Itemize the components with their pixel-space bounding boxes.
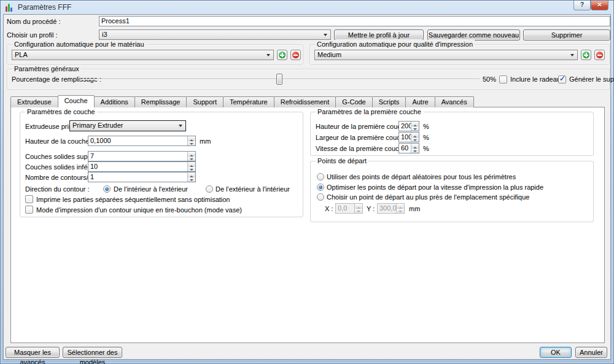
vase-mode-checkbox[interactable] bbox=[25, 206, 33, 214]
quality-select[interactable]: Medium bbox=[314, 50, 578, 60]
material-selected-value: PLA bbox=[15, 51, 28, 58]
first-layer-height-spinbox[interactable]: 200 bbox=[398, 121, 419, 131]
x-coordinate-spinbox[interactable]: 0,0 bbox=[335, 203, 363, 214]
layer-settings-title: Paramètres de couche bbox=[25, 107, 97, 117]
spin-up-button[interactable] bbox=[411, 133, 419, 137]
close-button[interactable]: ✕ bbox=[591, 1, 608, 10]
first-layer-height-label: Hauteur de la première couche bbox=[316, 122, 408, 131]
direction-inside-out-label: De l'intérieur à l'extérieur bbox=[114, 184, 188, 194]
add-quality-button[interactable] bbox=[581, 50, 591, 60]
layer-height-spinbox[interactable]: 0,1000 bbox=[88, 136, 196, 146]
spin-up-button[interactable] bbox=[397, 204, 404, 209]
generate-support-label: Générer le support bbox=[569, 74, 614, 84]
first-layer-speed-unit: % bbox=[423, 144, 429, 153]
spin-down-button[interactable] bbox=[188, 141, 195, 145]
primary-extruder-select[interactable]: Primary Extruder bbox=[69, 120, 186, 131]
help-button[interactable]: ? bbox=[573, 1, 591, 10]
y-coordinate-spinbox[interactable]: 300,0 bbox=[377, 203, 405, 214]
app-icon bbox=[6, 3, 14, 12]
ok-button[interactable]: OK bbox=[540, 347, 572, 358]
add-material-button[interactable] bbox=[277, 50, 287, 60]
direction-outside-in-label: De l'extérieur à l'intérieur bbox=[216, 184, 290, 194]
quality-config-title: Configuration automatique pour qualité d… bbox=[315, 40, 475, 49]
spin-up-button[interactable] bbox=[188, 162, 195, 167]
tab-additions[interactable]: Additions bbox=[94, 96, 135, 107]
profile-selected-value: i3 bbox=[102, 31, 107, 38]
first-layer-speed-value[interactable]: 60 bbox=[399, 144, 411, 153]
spin-up-button[interactable] bbox=[188, 136, 195, 141]
settings-tab-bar: Extrudeuse Couche Additions Remplissage … bbox=[10, 95, 473, 107]
process-name-input[interactable]: Process1 bbox=[99, 16, 610, 26]
spin-down-button[interactable] bbox=[188, 167, 195, 171]
delete-profile-button[interactable]: Supprimer bbox=[523, 29, 610, 41]
first-layer-width-value[interactable]: 100 bbox=[399, 133, 411, 142]
direction-outside-in-radio[interactable] bbox=[206, 185, 213, 193]
general-settings-title: Paramètres généraux bbox=[12, 64, 81, 74]
tab-extrudeuse[interactable]: Extrudeuse bbox=[10, 96, 58, 107]
spin-down-button[interactable] bbox=[411, 137, 419, 142]
tab-autre[interactable]: Autre bbox=[405, 96, 435, 107]
random-start-points-label: Utiliser des points de départ aléatoires… bbox=[327, 172, 516, 182]
tab-couche[interactable]: Couche bbox=[58, 95, 95, 107]
sequential-printing-label: Imprime les parties séparées séquentiell… bbox=[36, 195, 230, 204]
tab-refroidissement[interactable]: Refroidissement bbox=[274, 96, 336, 107]
include-raft-checkbox[interactable] bbox=[499, 76, 507, 83]
top-solid-layers-spinbox[interactable]: 7 bbox=[88, 151, 196, 161]
hide-advanced-button[interactable]: Masquer les avancés bbox=[6, 347, 60, 358]
first-layer-width-spinbox[interactable]: 100 bbox=[398, 132, 419, 142]
couche-tab-panel: Paramètres de couche Extrudeuse principa… bbox=[10, 107, 605, 343]
tab-temperature[interactable]: Température bbox=[223, 96, 274, 107]
spin-down-button[interactable] bbox=[411, 149, 419, 153]
select-models-button[interactable]: Sélectionner des modèles bbox=[63, 347, 122, 358]
plus-icon bbox=[583, 52, 589, 58]
first-layer-speed-label: Vitesse de la première couche bbox=[316, 144, 406, 153]
title-bar[interactable]: Paramètres FFF bbox=[1, 1, 613, 14]
slider-handle[interactable] bbox=[276, 74, 282, 85]
optimize-start-points-radio[interactable] bbox=[317, 184, 324, 191]
remove-quality-button[interactable] bbox=[594, 50, 605, 60]
random-start-points-radio[interactable] bbox=[317, 173, 324, 180]
optimize-start-points-label: Optimiser les points de départ pour la v… bbox=[327, 182, 543, 192]
spin-down-button[interactable] bbox=[188, 157, 195, 161]
first-layer-height-value[interactable]: 200 bbox=[399, 122, 411, 131]
bottom-solid-layers-value[interactable]: 10 bbox=[88, 162, 187, 171]
cancel-button[interactable]: Annuler bbox=[575, 347, 607, 358]
dropdown-arrow-icon bbox=[324, 34, 327, 38]
spin-up-button[interactable] bbox=[411, 144, 419, 149]
material-select[interactable]: PLA bbox=[12, 50, 274, 60]
spin-up-button[interactable] bbox=[188, 172, 195, 177]
top-solid-layers-value[interactable]: 7 bbox=[88, 152, 187, 161]
spin-up-button[interactable] bbox=[411, 122, 419, 126]
specific-start-point-radio[interactable] bbox=[317, 193, 324, 201]
spin-down-button[interactable] bbox=[355, 209, 362, 213]
spin-down-button[interactable] bbox=[411, 126, 419, 131]
first-layer-speed-spinbox[interactable]: 60 bbox=[398, 143, 419, 153]
tab-support[interactable]: Support bbox=[186, 96, 223, 107]
x-coordinate-label: X : bbox=[325, 204, 333, 214]
spin-down-button[interactable] bbox=[188, 177, 195, 182]
layer-height-value[interactable]: 0,1000 bbox=[88, 136, 187, 145]
infill-percentage-slider[interactable] bbox=[80, 74, 480, 85]
direction-inside-out-radio[interactable] bbox=[103, 185, 111, 193]
tab-scripts[interactable]: Scripts bbox=[372, 96, 406, 107]
outline-perimeters-value[interactable]: 1 bbox=[88, 172, 187, 182]
outline-perimeters-spinbox[interactable]: 1 bbox=[88, 172, 196, 182]
tab-gcode[interactable]: G-Code bbox=[335, 96, 373, 107]
bottom-solid-layers-spinbox[interactable]: 10 bbox=[88, 161, 196, 172]
generate-support-checkbox[interactable] bbox=[558, 76, 566, 83]
tab-remplissage[interactable]: Remplissage bbox=[134, 96, 187, 107]
update-profile-button[interactable]: Mettre le profil à jour bbox=[334, 29, 424, 41]
first-layer-width-unit: % bbox=[423, 133, 429, 142]
spin-down-button[interactable] bbox=[397, 209, 404, 213]
profile-select[interactable]: i3 bbox=[99, 29, 331, 40]
y-coordinate-value[interactable]: 300,0 bbox=[378, 204, 396, 213]
y-coordinate-label: Y : bbox=[367, 204, 375, 214]
remove-material-button[interactable] bbox=[290, 50, 301, 60]
sequential-printing-checkbox[interactable] bbox=[25, 195, 33, 203]
x-coordinate-value[interactable]: 0,0 bbox=[336, 204, 354, 213]
spin-up-button[interactable] bbox=[188, 152, 195, 157]
profile-label: Choisir un profil : bbox=[7, 30, 58, 40]
save-as-new-button[interactable]: Sauvegarder comme nouveau bbox=[427, 29, 520, 41]
tab-avances[interactable]: Avancés bbox=[435, 96, 474, 107]
spin-up-button[interactable] bbox=[355, 204, 362, 209]
